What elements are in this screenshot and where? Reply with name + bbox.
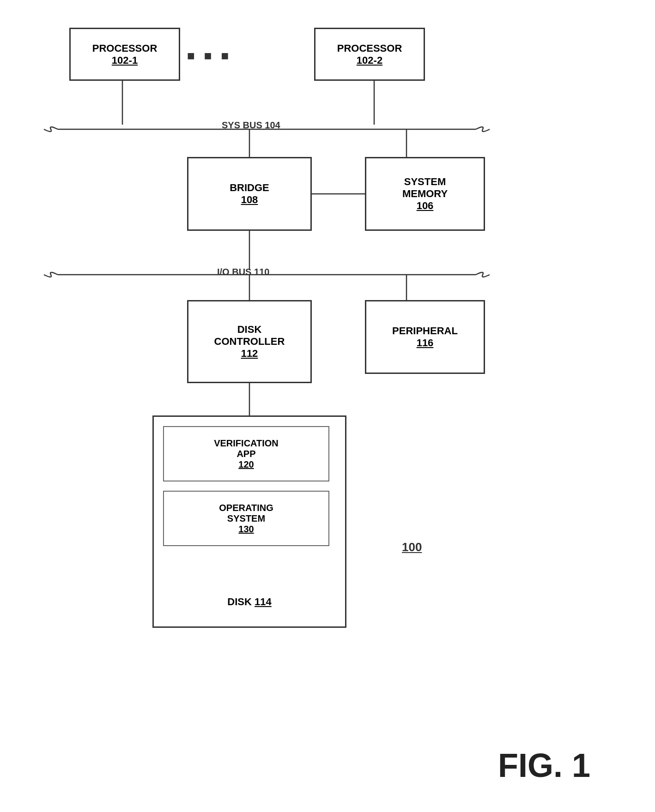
processor2-box: PROCESSOR 102-2 [314,28,425,81]
processor1-ref: 102-1 [112,54,138,66]
iobus-label: I/O BUS 110 [217,267,269,277]
disk-controller-ref: 112 [241,348,258,360]
verification-app-ref: 120 [238,459,254,470]
disk-label-area: DISK 114 [154,596,345,608]
disk-controller-label: DISKCONTROLLER [214,324,285,348]
figure-label: FIG. 1 [498,746,590,784]
bridge-label: BRIDGE [230,182,269,194]
disk-controller-box: DISKCONTROLLER 112 [187,300,312,383]
disk-ref: 114 [255,596,272,607]
operating-system-box: OPERATINGSYSTEM 130 [163,491,329,546]
system-memory-box: SYSTEMMEMORY 106 [365,157,485,231]
sysbus-label: SYS BUS 104 [222,120,280,131]
bridge-ref: 108 [241,194,258,206]
operating-system-ref: 130 [238,524,254,535]
figure-ref-100: 100 [402,540,422,554]
processor2-label: PROCESSOR [337,42,402,54]
peripheral-label: PERIPHERAL [392,325,458,337]
operating-system-label: OPERATINGSYSTEM [219,503,273,524]
peripheral-box: PERIPHERAL 116 [365,300,485,374]
system-memory-ref: 106 [417,200,434,212]
verification-app-label: VERIFICATIONAPP [214,438,279,459]
verification-app-box: VERIFICATIONAPP 120 [163,426,329,481]
diagram-container: PROCESSOR 102-1 ■ ■ ■ PROCESSOR 102-2 SY… [23,14,633,706]
system-memory-label: SYSTEMMEMORY [402,176,448,200]
bridge-box: BRIDGE 108 [187,157,312,231]
disk-text: DISK [227,596,255,607]
disk-outer-box: VERIFICATIONAPP 120 OPERATINGSYSTEM 130 … [152,415,346,628]
peripheral-ref: 116 [417,337,434,349]
processor1-box: PROCESSOR 102-1 [69,28,180,81]
processor1-label: PROCESSOR [92,42,158,54]
processor2-ref: 102-2 [357,54,382,66]
ellipsis-dots: ■ ■ ■ [187,48,231,63]
